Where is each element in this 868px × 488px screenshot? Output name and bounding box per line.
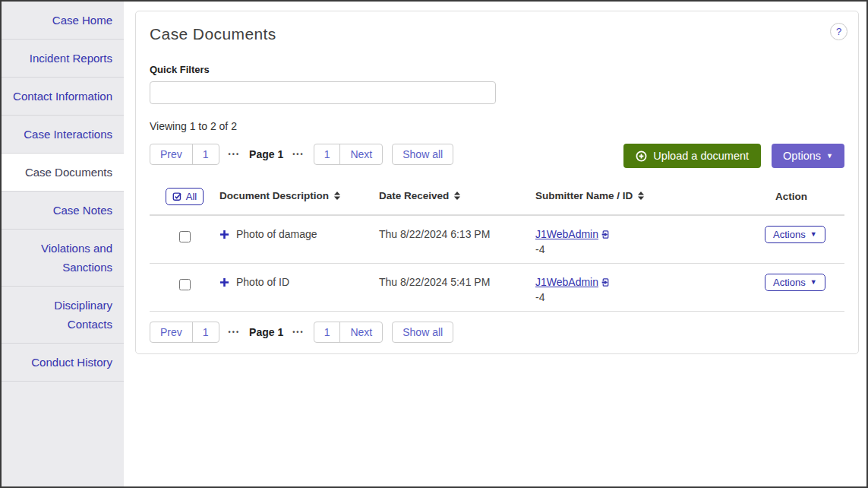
- row-checkbox[interactable]: [179, 279, 191, 290]
- options-button[interactable]: Options ▼: [772, 144, 844, 168]
- column-header-date-received[interactable]: Date Received: [379, 186, 535, 215]
- main-area: ? Case Documents Quick Filters Viewing 1…: [124, 2, 866, 486]
- ellipsis-right: •••: [292, 328, 304, 336]
- sidebar-item-label: Conduct History: [31, 356, 112, 369]
- sidebar-item[interactable]: Case Documents: [2, 154, 124, 192]
- prev-page-group: Prev 1: [150, 322, 219, 343]
- sidebar-item-label: Incident Reports: [30, 52, 112, 65]
- case-documents-panel: ? Case Documents Quick Filters Viewing 1…: [135, 11, 859, 354]
- document-description: Photo of ID: [236, 276, 289, 288]
- prev-button[interactable]: Prev: [150, 144, 192, 164]
- sidebar-item[interactable]: Case Notes: [2, 192, 124, 230]
- quick-filters-label: Quick Filters: [150, 64, 844, 75]
- date-received: Thu 8/22/2024 6:13 PM: [379, 215, 535, 264]
- app-window: Case Home Incident Reports Contact Infor…: [0, 0, 868, 488]
- next-button[interactable]: Next: [339, 322, 382, 342]
- column-header-submitter[interactable]: Submitter Name / ID: [535, 186, 765, 215]
- document-row: Photo of ID Thu 8/22/2024 5:41 PM J1WebA…: [150, 264, 844, 312]
- sidebar-item-label: Disciplinary Contacts: [54, 299, 112, 331]
- sidebar-item[interactable]: Case Home: [2, 2, 124, 40]
- submitter-name: J1WebAdmin: [535, 228, 598, 240]
- viewing-count-text: Viewing 1 to 2 of 2: [150, 120, 844, 132]
- sidebar-item-label: Case Home: [52, 14, 112, 27]
- sidebar-item[interactable]: Case Interactions: [2, 116, 124, 154]
- page-1-button[interactable]: 1: [192, 322, 219, 342]
- next-page-group: 1 Next: [314, 144, 383, 165]
- document-description: Photo of damage: [236, 228, 317, 240]
- row-checkbox[interactable]: [179, 231, 191, 242]
- show-all-group: Show all: [392, 144, 453, 165]
- row-actions-button[interactable]: Actions ▼: [765, 274, 825, 291]
- plus-circle-icon: [636, 151, 647, 162]
- box-arrow-in-left-icon: [601, 277, 611, 287]
- expand-plus-icon[interactable]: [219, 277, 229, 287]
- ellipsis-right: •••: [292, 151, 304, 158]
- sidebar-item[interactable]: Violations and Sanctions: [2, 230, 124, 287]
- options-button-label: Options: [783, 150, 821, 162]
- prev-button[interactable]: Prev: [150, 322, 192, 342]
- sidebar-item[interactable]: Disciplinary Contacts: [2, 287, 124, 344]
- ellipsis-left: •••: [229, 328, 240, 336]
- chevron-down-icon: ▼: [810, 279, 817, 286]
- actions-button-label: Actions: [773, 229, 806, 240]
- case-sidebar: Case Home Incident Reports Contact Infor…: [2, 2, 124, 486]
- last-page-button[interactable]: 1: [314, 322, 340, 342]
- sidebar-item-label: Case Interactions: [24, 128, 112, 141]
- submitter-id: -4: [535, 291, 765, 303]
- select-all-label: All: [186, 191, 197, 202]
- last-page-button[interactable]: 1: [314, 144, 340, 164]
- sort-icon: [637, 192, 645, 203]
- prev-page-group: Prev 1: [150, 144, 219, 165]
- select-all-button[interactable]: All: [166, 188, 204, 205]
- submitter-name: J1WebAdmin: [535, 276, 598, 288]
- current-page-label: Page 1: [249, 326, 283, 338]
- quick-filters-input[interactable]: [150, 81, 496, 104]
- bottom-pager: Prev 1 ••• Page 1 ••• 1 Next Show all: [150, 322, 453, 343]
- submitter-link[interactable]: J1WebAdmin: [535, 276, 611, 288]
- check-square-icon: [172, 192, 182, 201]
- show-all-button[interactable]: Show all: [393, 322, 453, 342]
- chevron-down-icon: ▼: [826, 153, 833, 160]
- show-all-group: Show all: [392, 322, 453, 343]
- column-header-action: Action: [765, 186, 844, 215]
- row-actions-button[interactable]: Actions ▼: [765, 226, 825, 243]
- top-pagination-row: Prev 1 ••• Page 1 ••• 1 Next Show all: [150, 144, 844, 168]
- submitter-link[interactable]: J1WebAdmin: [535, 228, 611, 240]
- page-1-button[interactable]: 1: [192, 144, 219, 164]
- bottom-pagination-row: Prev 1 ••• Page 1 ••• 1 Next Show all: [150, 322, 844, 343]
- sidebar-item[interactable]: Conduct History: [2, 344, 124, 382]
- sidebar-item-label: Contact Information: [13, 90, 112, 103]
- upload-document-button[interactable]: Upload a document: [623, 144, 761, 168]
- actions-button-label: Actions: [773, 277, 806, 288]
- sort-icon: [453, 192, 461, 203]
- column-header-description[interactable]: Document Description: [219, 186, 379, 215]
- show-all-button[interactable]: Show all: [393, 144, 453, 164]
- help-button[interactable]: ?: [830, 23, 847, 40]
- top-pager: Prev 1 ••• Page 1 ••• 1 Next Show all: [150, 144, 453, 165]
- question-mark-icon: ?: [836, 26, 841, 37]
- page-title: Case Documents: [150, 25, 844, 43]
- expand-plus-icon[interactable]: [219, 230, 229, 239]
- current-page-label: Page 1: [249, 148, 283, 160]
- sidebar-item[interactable]: Contact Information: [2, 78, 124, 116]
- next-page-group: 1 Next: [314, 322, 383, 343]
- upload-button-label: Upload a document: [653, 150, 749, 162]
- document-row: Photo of damage Thu 8/22/2024 6:13 PM J1…: [150, 215, 844, 264]
- sidebar-item-label: Case Documents: [25, 166, 112, 179]
- box-arrow-in-left-icon: [601, 230, 611, 239]
- table-header-row: All Document Description Date Received S…: [150, 186, 844, 215]
- date-received: Thu 8/22/2024 5:41 PM: [379, 264, 535, 312]
- sidebar-item[interactable]: Incident Reports: [2, 40, 124, 78]
- submitter-id: -4: [535, 243, 765, 255]
- sort-icon: [333, 192, 341, 203]
- toolbar-buttons: Upload a document Options ▼: [623, 144, 844, 168]
- sidebar-item-label: Violations and Sanctions: [41, 242, 112, 274]
- documents-table: All Document Description Date Received S…: [150, 186, 844, 312]
- chevron-down-icon: ▼: [810, 231, 817, 238]
- sidebar-item-label: Case Notes: [53, 204, 112, 217]
- ellipsis-left: •••: [229, 151, 240, 158]
- next-button[interactable]: Next: [339, 144, 382, 164]
